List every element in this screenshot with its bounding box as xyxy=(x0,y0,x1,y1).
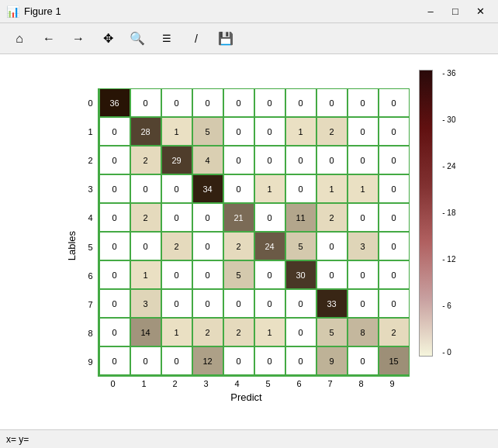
colorbar-gradient xyxy=(419,70,433,357)
cell-row7-col0: 0 xyxy=(99,289,130,318)
row-label-5: 5 xyxy=(88,233,92,261)
cell-row4-col0: 0 xyxy=(99,203,130,232)
cell-row4-col6: 11 xyxy=(285,203,316,232)
cell-row6-col6: 30 xyxy=(285,260,316,289)
cell-row7-col6: 0 xyxy=(285,289,316,318)
col-label-6: 6 xyxy=(284,377,315,388)
cell-row3-col2: 0 xyxy=(161,174,192,203)
cell-row9-col3: 12 xyxy=(192,346,223,375)
cell-row6-col7: 0 xyxy=(316,260,348,289)
x-axis-label: Predict xyxy=(84,391,410,403)
cell-row6-col5: 0 xyxy=(254,260,285,289)
status-text: x= y= xyxy=(6,434,29,445)
colorbar-tick-30: - 30 xyxy=(442,116,455,124)
save-button[interactable]: 💾 xyxy=(213,26,239,52)
cell-row4-col1: 2 xyxy=(130,203,161,232)
cell-row4-col3: 0 xyxy=(192,203,223,232)
main-content: Lables 0123456789 3600000000002815001200… xyxy=(0,54,498,429)
cell-row9-col6: 0 xyxy=(285,346,316,375)
row-label-0: 0 xyxy=(88,88,92,117)
cell-row5-col8: 3 xyxy=(348,232,379,260)
cell-row7-col2: 0 xyxy=(161,289,192,318)
home-button[interactable]: ⌂ xyxy=(6,26,33,52)
cell-row7-col8: 0 xyxy=(348,289,379,318)
window-title: Figure 1 xyxy=(24,5,61,17)
cell-row1-col6: 1 xyxy=(285,117,316,146)
colorbar: - 36- 30- 24- 18- 12- 6- 0 xyxy=(419,70,433,357)
col-label-8: 8 xyxy=(346,377,377,388)
cell-row5-col7: 0 xyxy=(316,232,348,260)
cell-row8-col8: 8 xyxy=(348,318,379,346)
cell-row8-col0: 0 xyxy=(99,318,130,346)
cell-row9-col4: 0 xyxy=(223,346,254,375)
col-label-2: 2 xyxy=(160,377,191,388)
colorbar-ticks: - 36- 30- 24- 18- 12- 6- 0 xyxy=(442,70,455,357)
cell-row6-col1: 1 xyxy=(130,260,161,289)
cell-row4-col9: 0 xyxy=(379,203,410,232)
cell-row3-col7: 1 xyxy=(316,174,348,203)
cell-row8-col6: 0 xyxy=(285,318,316,346)
cell-row0-col6: 0 xyxy=(285,88,316,117)
cell-row1-col2: 1 xyxy=(161,117,192,146)
cell-row5-col4: 2 xyxy=(223,232,254,260)
cell-row0-col7: 0 xyxy=(316,88,348,117)
configure-button[interactable]: ☰ xyxy=(154,26,180,52)
cell-row9-col0: 0 xyxy=(99,346,130,375)
cell-row3-col9: 0 xyxy=(379,174,410,203)
cell-row2-col4: 0 xyxy=(223,146,254,174)
cell-row3-col1: 0 xyxy=(130,174,161,203)
cell-row6-col0: 0 xyxy=(99,260,130,289)
cell-row8-col5: 1 xyxy=(254,318,285,346)
title-bar: 📊 Figure 1 – □ ✕ xyxy=(0,0,498,23)
cell-row4-col7: 2 xyxy=(316,203,348,232)
chart-button[interactable]: / xyxy=(183,26,209,52)
minimize-button[interactable]: – xyxy=(419,4,442,19)
cell-row0-col4: 0 xyxy=(223,88,254,117)
cell-row3-col0: 0 xyxy=(99,174,130,203)
cell-row5-col9: 0 xyxy=(379,232,410,260)
col-label-0: 0 xyxy=(98,377,129,388)
cell-row4-col8: 0 xyxy=(348,203,379,232)
cell-row0-col1: 0 xyxy=(130,88,161,117)
col-label-9: 9 xyxy=(377,377,408,388)
forward-button[interactable]: → xyxy=(65,26,92,52)
cell-row7-col1: 3 xyxy=(130,289,161,318)
zoom-button[interactable]: 🔍 xyxy=(124,26,150,52)
cell-row3-col3: 34 xyxy=(192,174,223,203)
y-axis-label: Lables xyxy=(66,231,78,260)
pan-button[interactable]: ✥ xyxy=(95,26,121,52)
cell-row9-col7: 9 xyxy=(316,346,348,375)
cell-row6-col3: 0 xyxy=(192,260,223,289)
cell-row2-col6: 0 xyxy=(285,146,316,174)
cell-row7-col3: 0 xyxy=(192,289,223,318)
cell-row7-col7: 33 xyxy=(316,289,348,318)
cell-row8-col7: 5 xyxy=(316,318,348,346)
cell-row4-col2: 0 xyxy=(161,203,192,232)
cell-row5-col0: 0 xyxy=(99,232,130,260)
cell-row9-col8: 0 xyxy=(348,346,379,375)
cell-row3-col4: 0 xyxy=(223,174,254,203)
cell-row1-col5: 0 xyxy=(254,117,285,146)
maximize-button[interactable]: □ xyxy=(444,4,467,19)
col-label-4: 4 xyxy=(222,377,253,388)
row-label-3: 3 xyxy=(88,175,92,204)
back-button[interactable]: ← xyxy=(36,26,62,52)
cell-row9-col1: 0 xyxy=(130,346,161,375)
window-controls: – □ ✕ xyxy=(419,4,492,19)
cell-row6-col4: 5 xyxy=(223,260,254,289)
col-label-1: 1 xyxy=(129,377,160,388)
cell-row5-col5: 24 xyxy=(254,232,285,260)
col-label-7: 7 xyxy=(315,377,346,388)
colorbar-container: - 36- 30- 24- 18- 12- 6- 0 xyxy=(419,70,433,357)
cell-row0-col8: 0 xyxy=(348,88,379,117)
colorbar-tick-12: - 12 xyxy=(442,256,455,264)
cell-row0-col3: 0 xyxy=(192,88,223,117)
cell-row0-col9: 0 xyxy=(379,88,410,117)
close-button[interactable]: ✕ xyxy=(469,4,492,19)
row-labels: 0123456789 xyxy=(84,88,98,377)
status-bar: x= y= xyxy=(0,429,498,448)
cell-row6-col9: 0 xyxy=(379,260,410,289)
cell-row9-col9: 15 xyxy=(379,346,410,375)
row-label-8: 8 xyxy=(88,319,92,348)
cell-row8-col1: 14 xyxy=(130,318,161,346)
